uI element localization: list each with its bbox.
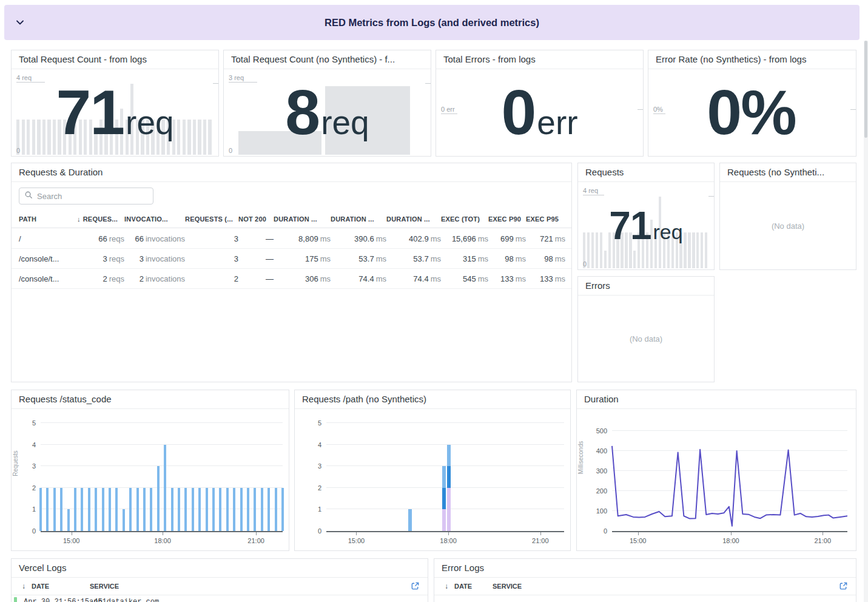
panel-title: Errors [578, 277, 714, 296]
value-cell: 390.6ms [331, 234, 386, 243]
status-code-plot[interactable]: 01234515:0018:0021:00 [41, 418, 283, 532]
bar [198, 488, 201, 531]
axis-tick-right [638, 109, 643, 110]
column-header[interactable]: EXEC P95 [526, 215, 565, 223]
value-cell: 721ms [526, 234, 565, 243]
card-chart-area[interactable]: (No data) [720, 182, 856, 269]
stat-card-total-errors: Total Errors - from logs 0 err 0err [436, 50, 644, 157]
requests-path-chart-panel: Requests /path (no Synthetics) 01234515:… [294, 390, 571, 551]
group-header[interactable]: RED Metrics from Logs (and derived metri… [4, 5, 860, 40]
axis-label-zero: 0 err [441, 106, 457, 114]
column-header[interactable]: INVOCATIO... [124, 215, 185, 223]
date-column-header[interactable]: DATE [32, 583, 49, 590]
y-tick-label: 3 [32, 462, 36, 470]
panel-title: Requests [578, 163, 714, 182]
value-cell: — [238, 234, 274, 243]
bar [261, 488, 263, 531]
bar [115, 488, 118, 531]
value-cell: 74.4ms [386, 274, 441, 283]
duration-chart-panel: Duration Milliseconds 010020030040050015… [576, 390, 856, 551]
column-header[interactable]: EXEC (TOT) [441, 215, 488, 223]
column-header[interactable]: PATH [19, 215, 77, 223]
path-plot[interactable]: 01234515:0018:0021:00 [326, 418, 564, 532]
table-row[interactable]: /console/t...2reqs2invocations2—306ms74.… [12, 269, 571, 289]
panel-title: Error Logs [434, 559, 856, 578]
bar [275, 488, 277, 531]
bar [81, 488, 83, 531]
bar [109, 488, 111, 531]
stacked-bar [442, 418, 446, 531]
bar [267, 488, 270, 531]
stat-number: 8 [285, 77, 319, 147]
value-cell: 3invocations [124, 254, 185, 263]
y-tick-label: 200 [596, 487, 607, 495]
log-row[interactable]: Apr 30 21:56:15.451 app.dataiker.com [12, 595, 428, 602]
open-external-icon[interactable] [839, 581, 849, 591]
column-header[interactable]: DURATION ... [386, 215, 441, 223]
search-input[interactable] [37, 192, 148, 201]
axis-label-zero: 0 [583, 260, 587, 268]
table-row[interactable]: /66reqs66invocations3—8,809ms390.6ms402.… [12, 229, 571, 249]
bar [150, 488, 152, 531]
value-cell: 133ms [488, 274, 526, 283]
bar [184, 488, 187, 531]
column-header[interactable]: NOT 200 [238, 215, 274, 223]
requests-duration-panel: Requests & Duration PATH↓REQUES...INVOCA… [11, 163, 572, 382]
log-header-row: ↓ DATE SERVICE [434, 578, 856, 595]
column-header[interactable]: DURATION ... [274, 215, 331, 223]
bar [219, 488, 221, 531]
no-data-message: (No data) [720, 182, 856, 269]
x-tick-label: 18:00 [440, 537, 457, 544]
bar [212, 488, 215, 531]
y-tick-label: 4 [32, 441, 36, 448]
bar [171, 488, 173, 531]
stat-unit: req [653, 220, 683, 243]
bar [136, 488, 139, 531]
axis-label-zero: 0 [229, 147, 232, 154]
axis-tick-right [425, 83, 431, 84]
x-tick-label: 15:00 [630, 537, 647, 544]
card-chart-area[interactable]: 0% 0% [648, 69, 856, 156]
x-tick-label: 18:00 [722, 537, 739, 544]
bar [102, 488, 104, 531]
column-header[interactable]: REQUESTS (... [185, 215, 238, 223]
card-title: Total Request Count - from logs [12, 50, 218, 69]
sort-descending-icon[interactable]: ↓ [22, 582, 25, 590]
stacked-bar [408, 418, 412, 531]
x-tick-label: 15:00 [348, 537, 365, 544]
open-external-icon[interactable] [411, 581, 420, 591]
search-box[interactable] [19, 188, 153, 205]
panel-title: Vercel Logs [12, 559, 428, 578]
card-chart-area[interactable]: 4 req 0 71req [578, 182, 714, 269]
y-tick-label: 5 [32, 419, 36, 427]
column-header[interactable]: ↓REQUES... [77, 215, 124, 223]
value-cell: 306ms [274, 274, 331, 283]
scrollbar-thumb[interactable] [864, 41, 867, 138]
x-tick-label: 21:00 [532, 537, 549, 544]
sort-descending-icon[interactable]: ↓ [445, 582, 448, 590]
card-chart-area[interactable]: 0 err 0err [436, 69, 643, 156]
column-header[interactable]: DURATION ... [331, 215, 386, 223]
card-chart-area[interactable]: 4 req 0 71req [12, 69, 218, 156]
log-header-row: ↓ DATE SERVICE [12, 578, 428, 595]
stat-value: 0% [648, 69, 856, 156]
value-cell: 66reqs [77, 234, 124, 243]
bar [226, 488, 229, 531]
duration-plot[interactable]: 010020030040050015:0018:0021:00 [612, 420, 847, 532]
date-column-header[interactable]: DATE [454, 583, 472, 590]
column-header[interactable]: EXEC P90 [488, 215, 526, 223]
x-tick-label: 15:00 [63, 537, 80, 544]
scrollbar-track[interactable] [864, 41, 868, 602]
value-cell: 74.4ms [331, 274, 386, 283]
card-chart-area[interactable]: (No data) [578, 296, 714, 382]
axis-tick-right [213, 83, 218, 84]
table-row[interactable]: /console/t...3reqs3invocations3—175ms53.… [12, 249, 571, 269]
stat-number: 0% [707, 77, 795, 147]
y-tick-label: 300 [596, 467, 607, 475]
value-cell: 8,809ms [274, 234, 331, 243]
card-chart-area[interactable]: 3 req 0 8req [224, 69, 431, 156]
y-tick-label: 0 [32, 527, 36, 535]
service-column-header[interactable]: SERVICE [493, 583, 522, 590]
service-column-header[interactable]: SERVICE [90, 583, 119, 590]
log-status-indicator [14, 597, 17, 602]
